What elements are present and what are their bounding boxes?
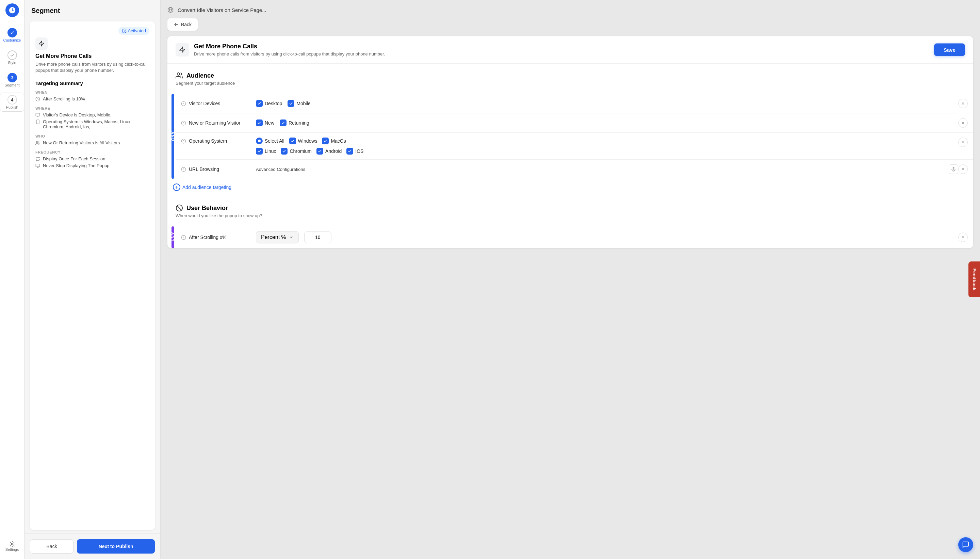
- info-icon-os: [181, 139, 186, 144]
- remove-os[interactable]: [958, 137, 968, 147]
- returning-option[interactable]: Returning: [280, 119, 309, 126]
- mobile-checkbox[interactable]: [287, 100, 294, 107]
- audience-subtitle: Segment your target audience: [176, 81, 965, 86]
- card-header: Get More Phone Calls Drive more phone ca…: [167, 36, 973, 64]
- select-all-option[interactable]: Select All: [256, 137, 284, 144]
- chromium-checkbox[interactable]: [281, 148, 287, 155]
- back-button[interactable]: Back: [30, 539, 74, 554]
- campaign-title: Get More Phone Calls: [35, 53, 149, 59]
- clock-icon: [35, 97, 40, 101]
- card-campaign-title: Get More Phone Calls: [194, 43, 385, 50]
- who-label: WHO: [35, 134, 149, 138]
- frequency-value-1: Display Once For Each Session.: [43, 156, 107, 161]
- ios-checkbox[interactable]: [346, 148, 353, 155]
- windows-label: Windows: [298, 138, 317, 144]
- sidebar-item-settings-label: Settings: [5, 547, 19, 551]
- desktop-option[interactable]: Desktop: [256, 100, 282, 107]
- globe-icon: [167, 7, 173, 13]
- scroll-value-input[interactable]: [304, 232, 332, 243]
- content-card: Get More Phone Calls Drive more phone ca…: [167, 36, 973, 248]
- device-icon: [35, 119, 40, 124]
- main-back-button[interactable]: Back: [167, 18, 198, 31]
- windows-checkbox[interactable]: [289, 137, 296, 144]
- monitor-icon: [35, 113, 40, 117]
- svg-rect-4: [36, 113, 40, 116]
- android-option[interactable]: Android: [317, 148, 342, 155]
- select-all-radio[interactable]: [256, 137, 263, 144]
- after-scrolling-row: After Scrolling x% Percent %: [176, 227, 973, 248]
- segment-panel: Segment Activated Get More Phone Calls D…: [25, 0, 161, 559]
- activated-label: Activated: [128, 28, 146, 33]
- mobile-option[interactable]: Mobile: [287, 100, 310, 107]
- remove-visitor-devices[interactable]: [958, 99, 968, 108]
- card-campaign-desc: Drive more phone calls from visitors by …: [194, 51, 385, 56]
- os-row-2: Linux Chromium: [256, 148, 958, 155]
- gear-icon-url: [951, 167, 956, 172]
- new-checkbox[interactable]: [256, 119, 263, 126]
- macos-checkbox[interactable]: [322, 137, 329, 144]
- frequency-label: FREQUENCY: [35, 150, 149, 154]
- url-browsing-gear[interactable]: [949, 164, 958, 174]
- desktop-checkbox[interactable]: [256, 100, 263, 107]
- lightning-main-icon: [179, 46, 186, 53]
- ios-label: IOS: [355, 149, 363, 154]
- visitor-devices-label: Visitor Devices: [181, 101, 256, 106]
- info-icon-scroll: [181, 235, 186, 240]
- summary-frequency-item-2: Never Stop Displaying The Popup: [35, 163, 149, 168]
- add-audience-targeting[interactable]: + Add audience targeting: [167, 179, 973, 196]
- add-targeting-circle: +: [173, 184, 180, 191]
- remove-scrolling[interactable]: [958, 233, 968, 242]
- returning-label: Returning: [289, 120, 309, 126]
- sidebar-item-segment[interactable]: 3 Segment: [0, 70, 24, 90]
- audience-title: Audience: [176, 72, 965, 79]
- where-value-1: Visitor's Device is Desktop, Mobile,: [43, 112, 112, 117]
- linux-option[interactable]: Linux: [256, 148, 276, 155]
- sidebar-item-publish[interactable]: 4 Publish: [0, 93, 24, 112]
- new-returning-options: New Returning: [256, 119, 958, 126]
- android-checkbox[interactable]: [317, 148, 323, 155]
- remove-url-browsing[interactable]: [958, 164, 968, 174]
- where-label: WHERE: [35, 106, 149, 110]
- any-bar: ANY: [172, 227, 174, 248]
- sidebar-item-customize[interactable]: Customize: [0, 25, 24, 45]
- feedback-tab[interactable]: Feedback: [968, 261, 980, 297]
- next-to-publish-button[interactable]: Next to Publish: [77, 539, 155, 554]
- new-returning-row: New or Returning Visitor New: [176, 113, 973, 133]
- ios-option[interactable]: IOS: [346, 148, 363, 155]
- after-scrolling-text: After Scrolling x%: [189, 235, 226, 240]
- check-circle-icon: [122, 28, 127, 33]
- macos-option[interactable]: MacOs: [322, 137, 346, 144]
- where-value-2: Operating System is Windows, Macos, Linu…: [43, 119, 149, 129]
- percent-dropdown[interactable]: Percent %: [256, 231, 299, 243]
- segment-step-number: 3: [8, 73, 17, 83]
- sidebar-item-style[interactable]: Style: [0, 48, 24, 68]
- svg-point-1: [11, 543, 13, 545]
- save-button[interactable]: Save: [934, 44, 965, 56]
- and-bar: AND: [172, 94, 174, 179]
- sidebar-item-settings[interactable]: Settings: [4, 538, 20, 554]
- segment-card: Activated Get More Phone Calls Drive mor…: [30, 22, 155, 530]
- returning-checkbox[interactable]: [280, 119, 287, 126]
- new-option[interactable]: New: [256, 119, 274, 126]
- any-connector: ANY After Scrolling x% Percent %: [167, 227, 973, 248]
- card-header-icon: [176, 43, 189, 56]
- chromium-option[interactable]: Chromium: [281, 148, 312, 155]
- svg-point-9: [36, 141, 38, 143]
- windows-option[interactable]: Windows: [289, 137, 317, 144]
- page-title: Convert Idle Visitors on Service Page...: [178, 7, 266, 13]
- audience-rows: Visitor Devices Desktop: [176, 94, 973, 179]
- select-all-label: Select All: [265, 138, 284, 144]
- operating-system-text: Operating System: [189, 138, 227, 144]
- sidebar-item-segment-label: Segment: [5, 83, 20, 87]
- url-browsing-options: Advanced Configurations: [256, 167, 946, 172]
- url-browsing-text: URL Browsing: [189, 167, 219, 172]
- panel-footer: Back Next to Publish: [25, 533, 160, 559]
- user-behavior-section: User Behavior When would you like the po…: [167, 196, 973, 227]
- chat-bubble[interactable]: [958, 537, 973, 552]
- remove-new-returning[interactable]: [958, 118, 968, 128]
- linux-checkbox[interactable]: [256, 148, 263, 155]
- app-logo[interactable]: [5, 3, 19, 17]
- lightning-icon: [38, 41, 45, 46]
- segment-panel-header: Segment: [25, 0, 160, 18]
- new-returning-label: New or Returning Visitor: [181, 120, 256, 126]
